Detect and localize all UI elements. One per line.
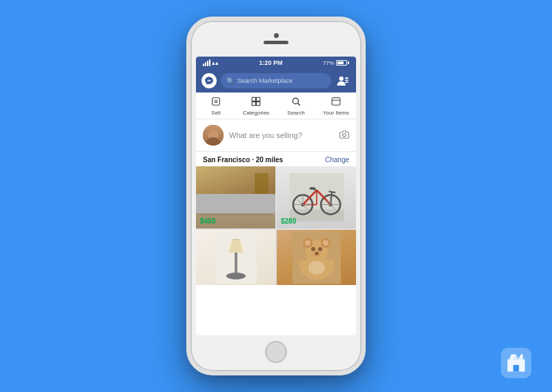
your-items-icon [331, 97, 341, 108]
product-card-bike[interactable]: $280 [277, 166, 356, 228]
svg-point-47 [311, 247, 315, 251]
home-button[interactable] [265, 341, 287, 363]
search-placeholder: Search Marketplace [237, 77, 293, 84]
svg-point-14 [343, 133, 346, 137]
marketplace-search-bar[interactable]: 🔍 Search Marketplace [221, 73, 331, 88]
sell-prompt-text: What are you selling? [229, 131, 334, 139]
battery-percent: 77% [323, 60, 334, 66]
location-bar: San Francisco · 20 miles Change [196, 152, 356, 166]
bear-image [277, 230, 356, 285]
search-icon-nav: 🔍 [226, 77, 235, 85]
svg-point-38 [226, 273, 246, 280]
messenger-icon[interactable] [201, 73, 217, 88]
tab-categories[interactable]: Categories [236, 92, 276, 119]
svg-point-50 [315, 252, 318, 255]
tab-categories-label: Categories [243, 110, 270, 116]
svg-rect-28 [309, 187, 315, 190]
product-list: $450 [196, 166, 356, 285]
phone-mockup: ▴▴ 1:20 PM 77% [186, 17, 366, 375]
phone-speaker [264, 41, 288, 44]
tab-sell[interactable]: Sell [196, 92, 236, 119]
signal-icon [203, 59, 210, 66]
marketplace-icon [506, 353, 526, 373]
product-card-lamp[interactable] [196, 230, 275, 285]
status-bar: ▴▴ 1:20 PM 77% [196, 57, 356, 69]
sofa-price: $450 [200, 217, 215, 225]
profile-menu-icon[interactable] [335, 73, 351, 88]
tab-your-items[interactable]: Your Items [316, 92, 356, 119]
svg-rect-16 [289, 210, 344, 222]
svg-rect-8 [252, 102, 255, 106]
bear-svg [293, 232, 341, 284]
sell-icon [211, 97, 221, 108]
svg-point-48 [318, 247, 322, 251]
phone-frame: ▴▴ 1:20 PM 77% [186, 17, 366, 375]
sell-prompt[interactable]: What are you selling? [196, 119, 356, 152]
svg-rect-4 [213, 98, 220, 106]
battery-icon [336, 60, 349, 66]
svg-point-46 [323, 240, 328, 246]
svg-point-45 [305, 240, 310, 246]
svg-line-11 [298, 104, 300, 106]
svg-point-51 [308, 261, 325, 275]
nav-bar: 🔍 Search Marketplace [196, 69, 356, 92]
location-text: San Francisco · 20 miles [203, 156, 283, 164]
marketplace-corner-icon [501, 348, 531, 378]
tab-your-items-label: Your Items [323, 110, 349, 116]
wifi-icon: ▴▴ [212, 59, 219, 66]
phone-camera [274, 33, 279, 38]
svg-rect-37 [235, 253, 237, 275]
product-grid: $450 [196, 166, 356, 335]
lamp-image [196, 230, 275, 285]
user-avatar [203, 125, 224, 146]
svg-point-0 [339, 77, 344, 81]
tab-sell-label: Sell [211, 110, 220, 116]
svg-rect-6 [252, 97, 255, 101]
svg-point-5 [215, 100, 217, 103]
svg-rect-12 [332, 98, 340, 106]
tab-search-label: Search [287, 110, 304, 116]
svg-rect-55 [513, 365, 519, 372]
tab-search[interactable]: Search [276, 92, 316, 119]
status-time: 1:20 PM [259, 59, 282, 66]
bike-price: $280 [281, 217, 296, 225]
camera-icon[interactable] [339, 130, 349, 141]
search-tab-icon [291, 97, 301, 108]
svg-rect-9 [257, 102, 260, 106]
tab-bar: Sell Categories [196, 92, 356, 119]
status-left: ▴▴ [203, 59, 219, 66]
svg-marker-39 [228, 240, 244, 253]
bike-svg [289, 173, 344, 222]
product-card-bear[interactable] [277, 230, 356, 285]
product-card-sofa[interactable]: $450 [196, 166, 275, 228]
categories-icon [251, 97, 261, 108]
phone-top-notch [264, 33, 288, 44]
change-location-button[interactable]: Change [325, 156, 349, 164]
phone-screen: ▴▴ 1:20 PM 77% [196, 57, 356, 335]
svg-rect-7 [257, 97, 260, 101]
svg-point-10 [293, 98, 298, 104]
lamp-svg [215, 232, 257, 284]
status-right: 77% [323, 60, 349, 66]
